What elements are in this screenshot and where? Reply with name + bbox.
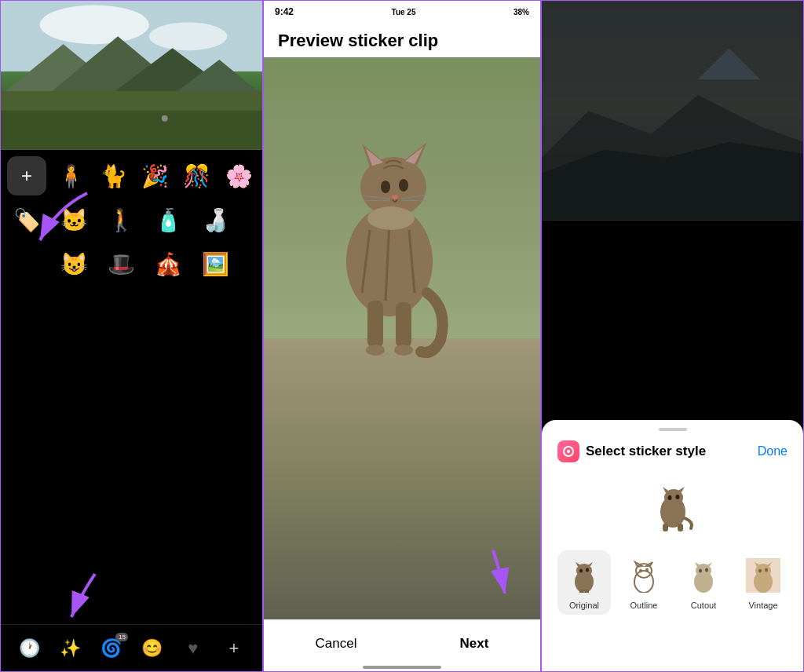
sticker-cat-3[interactable]: 😺	[54, 244, 93, 283]
sticker-cat-2[interactable]: 🐱	[54, 200, 93, 239]
left-photo-svg	[1, 1, 262, 150]
style-original[interactable]: Original	[557, 550, 611, 615]
svg-point-28	[367, 206, 415, 230]
svg-rect-47	[678, 524, 683, 531]
svg-marker-43	[677, 487, 685, 492]
svg-rect-74	[746, 558, 780, 593]
home-bar	[363, 666, 441, 669]
style-outline[interactable]: Outline	[617, 550, 671, 615]
sticker-row-2: 🏷️ 🐱 🚶 🧴 🍶	[7, 200, 256, 239]
style-outline-img	[623, 555, 664, 596]
status-time: 9:42	[275, 6, 294, 17]
sheet-title: Select sticker style	[586, 444, 706, 459]
sticker-walking[interactable]: 🚶	[101, 200, 141, 239]
svg-rect-55	[585, 590, 589, 593]
cat-bg-grass	[264, 338, 540, 619]
svg-rect-54	[579, 590, 583, 593]
sticker-party-hat-2[interactable]: 🎊	[180, 156, 214, 195]
status-battery: 38%	[513, 8, 529, 16]
toolbar-sticker-app[interactable]: 🌀 15	[97, 634, 125, 663]
svg-marker-51	[587, 562, 593, 566]
cancel-button[interactable]: Cancel	[292, 630, 381, 658]
toolbar-smiley[interactable]: 😊	[138, 634, 166, 663]
preview-title-area: Preview sticker clip	[264, 23, 540, 57]
preview-cat-svg	[645, 479, 700, 534]
toolbar-sparkle[interactable]: ✨	[56, 634, 84, 663]
cat-photo	[264, 57, 540, 619]
svg-rect-29	[367, 301, 383, 348]
app-icon-svg	[562, 445, 575, 458]
sticker-cat-walk[interactable]: 🐈	[96, 156, 130, 195]
svg-rect-8	[1, 111, 262, 150]
svg-marker-65	[706, 562, 712, 566]
style-original-img	[564, 555, 605, 596]
add-sticker-button[interactable]: +	[7, 156, 46, 195]
sticker-flower[interactable]: 🌸	[222, 156, 256, 195]
svg-point-23	[392, 195, 398, 199]
sticker-grid: + 🧍 🐈 🎉 🎊 🌸 🏷️ 🐱 🚶 🧴 🍶 🏷 😺 🎩 🎪 🖼️	[1, 150, 262, 624]
cutout-cat-icon	[686, 558, 721, 593]
svg-point-31	[366, 345, 385, 356]
svg-point-45	[675, 495, 679, 499]
svg-point-61	[645, 568, 649, 572]
sticker-preview	[557, 475, 788, 538]
svg-point-1	[40, 5, 149, 45]
style-cutout-label: Cutout	[691, 601, 716, 610]
style-options: Original Outline	[557, 550, 788, 615]
svg-point-22	[399, 179, 408, 192]
status-bar: 9:42 Tue 25 38%	[264, 1, 540, 23]
style-outline-label: Outline	[630, 601, 658, 610]
svg-point-2	[149, 22, 227, 50]
middle-panel: 9:42 Tue 25 38% Preview sticker clip	[263, 0, 541, 672]
action-bar: Cancel Next	[264, 619, 540, 667]
svg-point-52	[579, 569, 583, 573]
style-vintage-img	[743, 555, 784, 596]
sticker-label[interactable]: 🏷️	[7, 200, 46, 239]
sticker-count-badge: 15	[115, 633, 128, 641]
sticker-hat-4[interactable]: 🎪	[148, 244, 188, 283]
sticker-row-1: + 🧍 🐈 🎉 🎊 🌸	[7, 156, 256, 195]
sticker-party-hat-1[interactable]: 🎉	[138, 156, 172, 195]
svg-point-66	[699, 569, 702, 573]
sheet-header: Select sticker style Done	[557, 440, 788, 462]
sticker-preview-cat	[645, 479, 700, 534]
svg-rect-46	[663, 524, 668, 531]
cat-illustration	[311, 73, 468, 371]
svg-rect-30	[396, 302, 411, 348]
sticker-bottle-1[interactable]: 🧴	[148, 200, 188, 239]
style-vintage[interactable]: Vintage	[736, 550, 790, 615]
svg-point-67	[705, 568, 708, 572]
svg-point-39	[567, 450, 570, 453]
right-panel: Select sticker style Done	[541, 0, 804, 672]
next-button[interactable]: Next	[437, 630, 513, 658]
style-cartoon[interactable]: Cartoon	[796, 550, 804, 615]
original-cat-icon	[567, 558, 601, 593]
sticker-barcode[interactable]: 🏷	[7, 244, 46, 283]
sheet-app-icon	[557, 440, 579, 462]
toolbar-add[interactable]: +	[220, 634, 248, 663]
preview-title: Preview sticker clip	[278, 31, 526, 51]
sticker-row-3: 🏷 😺 🎩 🎪 🖼️	[7, 244, 256, 283]
svg-point-60	[639, 569, 642, 573]
bottom-toolbar: 🕐 ✨ 🌀 15 😊 ♥ +	[1, 624, 262, 671]
sticker-person[interactable]: 🧍	[54, 156, 88, 195]
toolbar-recents[interactable]: 🕐	[15, 634, 43, 663]
done-button[interactable]: Done	[758, 444, 788, 458]
left-photo-area	[1, 1, 262, 150]
sticker-hat-3[interactable]: 🎩	[101, 244, 141, 283]
sticker-style-sheet: Select sticker style Done	[542, 420, 803, 671]
sticker-frame[interactable]: 🖼️	[196, 244, 235, 283]
svg-marker-42	[663, 487, 671, 493]
status-date: Tue 25	[392, 8, 416, 16]
sheet-title-group: Select sticker style	[557, 440, 706, 462]
sticker-bottle-2[interactable]: 🍶	[196, 200, 235, 239]
sheet-handle	[659, 428, 687, 431]
toolbar-heart[interactable]: ♥	[179, 634, 207, 663]
right-photo-svg	[542, 1, 803, 221]
vintage-cat-icon	[746, 558, 780, 593]
svg-point-9	[162, 115, 168, 122]
style-cutout[interactable]: Cutout	[677, 550, 730, 615]
style-original-label: Original	[569, 601, 599, 610]
left-panel: + 🧍 🐈 🎉 🎊 🌸 🏷️ 🐱 🚶 🧴 🍶 🏷 😺 🎩 🎪 🖼️	[0, 0, 263, 672]
svg-point-21	[381, 181, 390, 193]
